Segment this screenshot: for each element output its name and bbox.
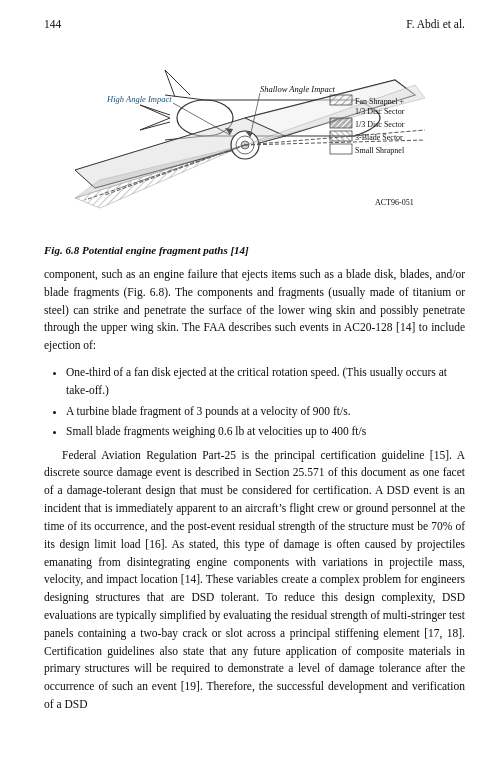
bullet-list: One-third of a fan disk ejected at the c… <box>66 363 465 441</box>
svg-rect-24 <box>330 144 352 154</box>
figure-caption: Fig. 6.8 Potential engine fragment paths… <box>44 244 465 256</box>
page-header: 144 F. Abdi et al. <box>44 18 465 30</box>
page-author: F. Abdi et al. <box>406 18 465 30</box>
page-number: 144 <box>44 18 61 30</box>
paragraph-1: component, such as an engine failure tha… <box>44 266 465 355</box>
svg-text:High Angle Impact: High Angle Impact <box>106 94 172 104</box>
paragraph-2: Federal Aviation Regulation Part-25 is t… <box>44 447 465 714</box>
svg-text:ACT96-051: ACT96-051 <box>375 198 414 207</box>
svg-text:1/3 Disc Sector: 1/3 Disc Sector <box>355 120 405 129</box>
figure-svg: Fan Shrapnel + 1/3 Disc Sector 1/3 Disc … <box>44 40 465 240</box>
fig-label: Fig. 6.8 <box>44 244 79 256</box>
svg-text:Fan Shrapnel +: Fan Shrapnel + <box>355 97 404 106</box>
bullet-item-3: Small blade fragments weighing 0.6 lb at… <box>66 422 465 440</box>
svg-text:Shallow Angle Impact: Shallow Angle Impact <box>260 84 336 94</box>
bullet-item-1: One-third of a fan disk ejected at the c… <box>66 363 465 400</box>
svg-text:Small Shrapnel: Small Shrapnel <box>355 146 405 155</box>
svg-text:3-Blade Sector: 3-Blade Sector <box>355 133 403 142</box>
svg-rect-22 <box>330 131 352 141</box>
svg-rect-17 <box>330 95 352 105</box>
fig-caption-text: Potential engine fragment paths [14] <box>79 244 249 256</box>
svg-line-27 <box>173 103 230 135</box>
svg-text:1/3 Disc Sector: 1/3 Disc Sector <box>355 107 405 116</box>
figure-container: Fan Shrapnel + 1/3 Disc Sector 1/3 Disc … <box>44 40 465 256</box>
svg-rect-20 <box>330 118 352 128</box>
bullet-item-2: A turbine blade fragment of 3 pounds at … <box>66 402 465 420</box>
